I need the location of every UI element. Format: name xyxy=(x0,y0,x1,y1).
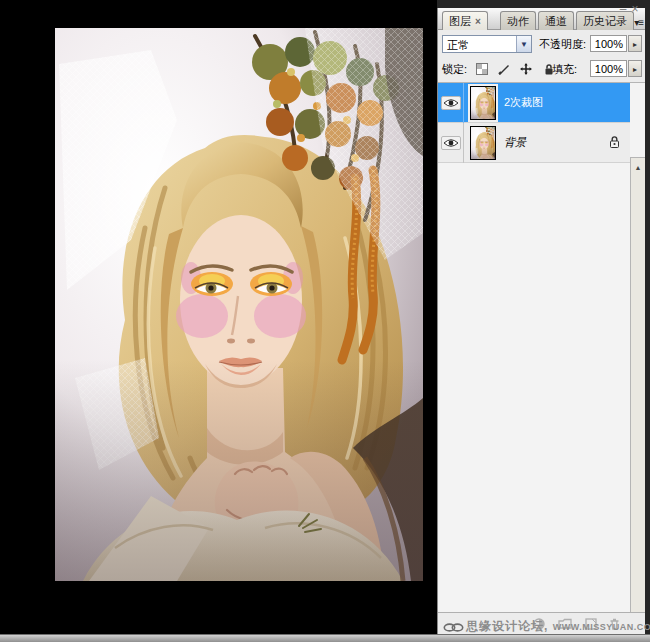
panel-menu-icon[interactable]: ▾≡ xyxy=(634,17,643,28)
eye-icon[interactable] xyxy=(441,136,461,150)
layer-thumbnail[interactable] xyxy=(470,86,496,120)
opacity-slider-button[interactable]: ▸ xyxy=(628,35,642,52)
opacity-label: 不透明度: xyxy=(539,37,586,52)
photoshop-window: 图层× 动作 通道 历史记录 –× ▾≡ 正常 xyxy=(0,0,650,642)
tab-history-label: 历史记录 xyxy=(583,15,627,27)
layers-scrollbar[interactable]: ▲ ▼ xyxy=(630,157,645,642)
panel-footer: 思缘设计论坛, WWW.MISSYUAN.COM xyxy=(438,612,645,634)
layer-lock-icon xyxy=(609,134,620,152)
scroll-up-icon[interactable]: ▲ xyxy=(631,160,645,174)
fill-label: 填充: xyxy=(552,62,577,77)
watermark: 思缘设计论坛, WWW.MISSYUAN.COM xyxy=(466,616,650,635)
layer-name[interactable]: 2次裁图 xyxy=(504,95,630,110)
fill-input[interactable]: 100% xyxy=(590,60,627,77)
lock-pixels-icon[interactable] xyxy=(496,61,511,75)
visibility-cell xyxy=(438,83,464,123)
layer-row-background[interactable]: 背景 xyxy=(438,123,630,163)
tab-actions[interactable]: 动作 xyxy=(500,11,536,30)
panel-tabbar: 图层× 动作 通道 历史记录 –× ▾≡ xyxy=(438,8,645,30)
layer-name[interactable]: 背景 xyxy=(504,135,609,150)
panel-window-buttons: –× xyxy=(617,2,641,16)
window-bottom-edge xyxy=(0,634,650,642)
lock-label: 锁定: xyxy=(442,62,467,77)
tab-close-icon[interactable]: × xyxy=(475,16,481,27)
tab-layers[interactable]: 图层× xyxy=(442,11,488,30)
tab-actions-label: 动作 xyxy=(507,15,529,27)
canvas-area xyxy=(0,0,437,634)
visibility-cell xyxy=(438,123,464,163)
layers-panel: 图层× 动作 通道 历史记录 –× ▾≡ 正常 xyxy=(437,8,644,634)
blend-mode-select[interactable]: 正常 ▼ xyxy=(442,35,532,53)
eye-icon[interactable] xyxy=(441,96,461,110)
layers-panel-frame: 图层× 动作 通道 历史记录 –× ▾≡ 正常 xyxy=(437,0,650,634)
lock-buttons xyxy=(474,61,559,79)
fill-slider-button[interactable]: ▸ xyxy=(628,60,642,77)
tab-channels-label: 通道 xyxy=(545,15,567,27)
layer-row-crop[interactable]: 2次裁图 xyxy=(438,83,630,123)
canvas-photo xyxy=(55,28,423,581)
opacity-input[interactable]: 100% xyxy=(590,35,627,52)
watermark-site: WWW.MISSYUAN.COM xyxy=(553,622,650,632)
tab-layers-label: 图层 xyxy=(449,15,471,27)
tab-channels[interactable]: 通道 xyxy=(538,11,574,30)
layer-options: 正常 ▼ 不透明度: 100% ▸ 锁定: xyxy=(438,30,645,82)
blend-mode-value: 正常 xyxy=(447,38,469,53)
layer-thumbnail[interactable] xyxy=(470,126,496,160)
watermark-text: 思缘设计论坛, xyxy=(466,619,548,633)
minimize-icon[interactable]: – xyxy=(617,2,629,16)
chevron-down-icon[interactable]: ▼ xyxy=(516,36,531,52)
lock-transparency-icon[interactable] xyxy=(474,61,489,75)
layers-list: 2次裁图 背景 xyxy=(438,82,645,612)
close-icon[interactable]: × xyxy=(629,2,641,16)
lock-position-icon[interactable] xyxy=(519,61,534,75)
